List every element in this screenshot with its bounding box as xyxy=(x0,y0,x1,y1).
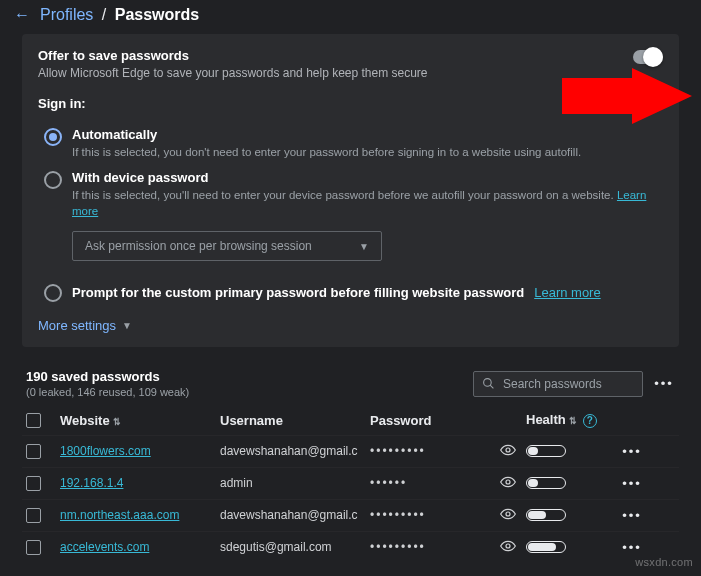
radio-title: Automatically xyxy=(72,127,663,142)
help-icon[interactable]: ? xyxy=(583,414,597,428)
column-header-website[interactable]: Website⇅ xyxy=(60,413,220,428)
saved-count-label: 190 saved passwords xyxy=(26,369,189,384)
passwords-table: Website⇅ Username Password Health⇅? 1800… xyxy=(22,406,679,563)
back-icon[interactable]: ← xyxy=(14,6,30,24)
svg-point-6 xyxy=(506,544,510,548)
username-cell: sdegutis@gmail.com xyxy=(220,540,370,554)
breadcrumb-parent[interactable]: Profiles xyxy=(40,6,93,23)
row-more-button[interactable]: ••• xyxy=(612,508,652,523)
health-indicator xyxy=(526,541,566,553)
column-header-health[interactable]: Health⇅? xyxy=(526,412,612,428)
signin-option-prompt-primary[interactable]: Prompt for the custom primary password b… xyxy=(38,273,663,306)
radio-title: With device password xyxy=(72,170,663,185)
reveal-password-button[interactable] xyxy=(500,506,516,525)
search-input[interactable]: Search passwords xyxy=(473,371,643,397)
radio-subtitle: If this is selected, you don't need to e… xyxy=(72,144,663,160)
breadcrumb-separator: / xyxy=(102,6,106,23)
dropdown-label: Ask permission once per browsing session xyxy=(85,239,312,253)
website-link[interactable]: nm.northeast.aaa.com xyxy=(60,508,220,522)
saved-stats-label: (0 leaked, 146 reused, 109 weak) xyxy=(26,386,189,398)
reveal-password-button[interactable] xyxy=(500,442,516,461)
password-cell: ••••••••• xyxy=(370,508,490,522)
sort-icon: ⇅ xyxy=(569,416,577,426)
website-link[interactable]: 1800flowers.com xyxy=(60,444,220,458)
offer-save-title: Offer to save passwords xyxy=(38,48,663,63)
chevron-down-icon: ▼ xyxy=(122,320,132,331)
table-header-row: Website⇅ Username Password Health⇅? xyxy=(22,406,679,435)
select-all-checkbox[interactable] xyxy=(26,413,41,428)
password-cell: •••••• xyxy=(370,476,490,490)
search-placeholder: Search passwords xyxy=(503,377,602,391)
svg-point-1 xyxy=(484,379,492,387)
learn-more-link[interactable]: Learn more xyxy=(534,285,600,300)
search-icon xyxy=(482,377,495,390)
sort-icon: ⇅ xyxy=(113,417,121,427)
website-link[interactable]: 192.168.1.4 xyxy=(60,476,220,490)
chevron-down-icon: ▼ xyxy=(359,241,369,252)
table-row: 1800flowers.com davewshanahan@gmail.c ••… xyxy=(22,435,679,467)
health-indicator xyxy=(526,509,566,521)
column-header-password[interactable]: Password xyxy=(370,413,490,428)
table-row: accelevents.com sdegutis@gmail.com •••••… xyxy=(22,531,679,563)
password-cell: ••••••••• xyxy=(370,540,490,554)
health-indicator xyxy=(526,445,566,457)
offer-save-subtitle: Allow Microsoft Edge to save your passwo… xyxy=(38,66,663,80)
svg-point-5 xyxy=(506,512,510,516)
password-cell: ••••••••• xyxy=(370,444,490,458)
radio-subtitle: If this is selected, you'll need to ente… xyxy=(72,187,663,219)
more-settings-link[interactable]: More settings ▼ xyxy=(38,318,663,333)
radio-icon[interactable] xyxy=(44,171,62,189)
more-actions-button[interactable]: ••• xyxy=(653,376,675,391)
website-link[interactable]: accelevents.com xyxy=(60,540,220,554)
column-header-username[interactable]: Username xyxy=(220,413,370,428)
radio-title: Prompt for the custom primary password b… xyxy=(72,285,524,300)
svg-point-4 xyxy=(506,480,510,484)
row-more-button[interactable]: ••• xyxy=(612,444,652,459)
health-indicator xyxy=(526,477,566,489)
svg-point-3 xyxy=(506,448,510,452)
table-row: 192.168.1.4 admin •••••• ••• xyxy=(22,467,679,499)
username-cell: davewshanahan@gmail.c xyxy=(220,444,370,458)
row-more-button[interactable]: ••• xyxy=(612,540,652,555)
signin-option-device-password[interactable]: With device password If this is selected… xyxy=(38,164,663,223)
row-more-button[interactable]: ••• xyxy=(612,476,652,491)
username-cell: davewshanahan@gmail.c xyxy=(220,508,370,522)
row-checkbox[interactable] xyxy=(26,444,41,459)
signin-label: Sign in: xyxy=(38,96,663,111)
username-cell: admin xyxy=(220,476,370,490)
reveal-password-button[interactable] xyxy=(500,474,516,493)
saved-passwords-header: 190 saved passwords (0 leaked, 146 reuse… xyxy=(22,361,679,406)
row-checkbox[interactable] xyxy=(26,476,41,491)
ask-permission-dropdown[interactable]: Ask permission once per browsing session… xyxy=(72,231,382,261)
settings-card: Offer to save passwords Allow Microsoft … xyxy=(22,34,679,347)
radio-icon[interactable] xyxy=(44,128,62,146)
breadcrumb: Profiles / Passwords xyxy=(40,6,199,24)
watermark-text: wsxdn.com xyxy=(635,556,693,568)
offer-save-toggle[interactable] xyxy=(633,50,663,64)
svg-line-2 xyxy=(490,385,493,388)
table-row: nm.northeast.aaa.com davewshanahan@gmail… xyxy=(22,499,679,531)
row-checkbox[interactable] xyxy=(26,508,41,523)
radio-icon[interactable] xyxy=(44,284,62,302)
signin-option-automatically[interactable]: Automatically If this is selected, you d… xyxy=(38,121,663,164)
breadcrumb-current: Passwords xyxy=(115,6,199,23)
reveal-password-button[interactable] xyxy=(500,538,516,557)
row-checkbox[interactable] xyxy=(26,540,41,555)
